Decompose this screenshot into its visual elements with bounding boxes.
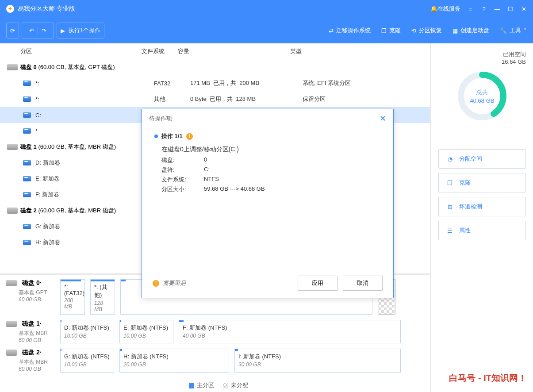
maximize-icon[interactable]: ☐ <box>507 6 514 12</box>
warning-icon: ! <box>186 133 193 140</box>
redo-button[interactable]: ↷ <box>38 27 50 34</box>
partition-block[interactable]: I: 新加卷 (NTFS)30.00 GB <box>234 349 401 373</box>
partition-block[interactable]: E: 新加卷 (NTFS)10.00 GB <box>119 320 173 343</box>
disk-icon <box>6 350 17 356</box>
dialog-close-button[interactable]: ✕ <box>380 114 386 123</box>
refresh-button[interactable]: ⟳ <box>6 23 19 38</box>
create-boot-disk-button[interactable]: ▦创建启动盘 <box>452 27 489 35</box>
partition-icon <box>23 128 31 134</box>
partition-block[interactable]: F: 新加卷 (NTFS)40.00 GB <box>179 320 401 343</box>
disk-icon <box>6 280 17 286</box>
undo-button[interactable]: ↶ <box>26 27 38 34</box>
minimize-icon[interactable]: — <box>494 6 500 12</box>
legend: 主分区 未分配 <box>0 379 430 392</box>
play-icon: ▶ <box>61 27 65 34</box>
disk-row[interactable]: 磁盘 0 (60.00 GB, 基本盘, GPT 磁盘) <box>0 59 430 75</box>
titlebar: ✦ 易我分区大师 专业版 🔔在线服务 ≡ ? — ☐ ✕ <box>0 0 533 18</box>
partition-block[interactable]: G: 新加卷 (NTFS)10.00 GB <box>60 349 114 373</box>
clone-button[interactable]: ❐克隆 <box>381 27 401 35</box>
right-pane: 已用空间 16.64 GB 总共 40.68 GB ◔分配空间❐克隆⊞坏道检测☰… <box>431 43 533 392</box>
disk-map-row: 磁盘 1·基本盘 MBR60.00 GBD: 新加卷 (NTFS)10.00 G… <box>6 320 424 343</box>
tools-button[interactable]: 🔧工具 ˅ <box>500 27 527 35</box>
partition-icon <box>23 96 31 102</box>
disk-map-row: 磁盘 2·基本盘 MBR60.00 GBG: 新加卷 (NTFS)10.00 G… <box>6 349 424 373</box>
operation-header: 操作 1/1 ! <box>154 132 381 140</box>
partition-icon <box>23 192 31 197</box>
action-icon: ❐ <box>446 179 454 187</box>
operation-detail-row: 盘符:C: <box>161 166 381 174</box>
partition-block[interactable]: H: 新加卷 (NTFS)20.00 GB <box>119 349 229 373</box>
app-title: 易我分区大师 专业版 <box>18 5 430 13</box>
partition-block[interactable]: *: (其他)128 MB <box>90 279 115 315</box>
partition-icon <box>23 240 31 245</box>
operation-description: 在磁盘0上调整/移动分区(C:) <box>161 146 381 154</box>
bullet-icon <box>154 135 158 138</box>
operation-detail-row: 文件系统:NTFS <box>161 176 381 184</box>
menu-icon[interactable]: ≡ <box>468 6 474 12</box>
watermark: 白马号 - IT知识网！ <box>449 372 527 384</box>
help-icon[interactable]: ? <box>481 6 487 12</box>
side-action-克隆[interactable]: ❐克隆 <box>438 173 526 192</box>
usage-donut: 总共 40.68 GB <box>456 69 509 123</box>
operation-detail-row: 分区大小:59.68 GB ---> 40.68 GB <box>161 185 381 193</box>
clone-icon: ❐ <box>381 27 387 34</box>
disk-icon <box>7 64 18 70</box>
online-service-link[interactable]: 🔔在线服务 <box>430 5 460 13</box>
partition-block[interactable]: *: (FAT32)200 MB <box>60 279 85 315</box>
app-icon: ✦ <box>6 5 14 13</box>
disk-icon <box>7 144 18 150</box>
dialog-titlebar: 待操作项 ✕ <box>142 109 393 128</box>
close-icon[interactable]: ✕ <box>521 6 527 12</box>
partition-block[interactable]: D: 新加卷 (NTFS)10.00 GB <box>60 320 114 343</box>
warning-icon: ! <box>153 280 159 287</box>
apply-button[interactable]: 应用 <box>298 276 337 291</box>
execute-button[interactable]: ▶ 执行1个操作 <box>57 23 104 38</box>
disk-map-label[interactable]: 磁盘 0·基本盘 GPT60.00 GB <box>6 279 55 315</box>
disk-icon <box>6 321 17 327</box>
disk-map-label[interactable]: 磁盘 2·基本盘 MBR60.00 GB <box>6 349 55 373</box>
cancel-button[interactable]: 取消 <box>343 276 383 291</box>
disk-icon <box>7 208 18 214</box>
disk-map-label[interactable]: 磁盘 1·基本盘 MBR60.00 GB <box>6 320 55 343</box>
pending-operations-dialog: 待操作项 ✕ 操作 1/1 ! 在磁盘0上调整/移动分区(C:) 磁盘:0盘符:… <box>142 109 394 298</box>
recover-icon: ⟲ <box>411 27 416 34</box>
action-icon: ⊞ <box>446 203 454 211</box>
action-icon: ☰ <box>446 227 454 234</box>
partition-icon <box>23 160 31 165</box>
migrate-os-button[interactable]: ⇄迁移操作系统 <box>329 27 371 35</box>
partition-icon <box>23 112 31 118</box>
action-icon: ◔ <box>446 155 454 163</box>
partition-icon <box>23 176 31 181</box>
partition-row[interactable]: *: 其他 0 Byte 已用，共 128 MB 保留分区 <box>0 91 430 107</box>
undo-redo-group: ↶ ↷ <box>22 23 54 38</box>
partition-icon <box>23 224 31 229</box>
chevron-down-icon: ˅ <box>524 27 527 34</box>
side-action-分配空间[interactable]: ◔分配空间 <box>438 149 526 169</box>
partition-row[interactable]: *: FAT32 171 MB 已用，共 200 MB 系统, EFI 系统分区 <box>0 75 430 91</box>
operation-detail-row: 磁盘:0 <box>161 156 381 164</box>
side-action-坏道检测[interactable]: ⊞坏道检测 <box>438 197 526 216</box>
partition-icon <box>23 81 31 86</box>
used-space-title: 已用空间 <box>438 50 526 58</box>
partition-recover-button[interactable]: ⟲分区恢复 <box>411 27 442 35</box>
table-header: 分区 文件系统 容量 类型 <box>0 43 430 59</box>
migrate-icon: ⇄ <box>329 27 334 34</box>
used-space-value: 16.64 GB <box>438 58 526 65</box>
tools-icon: 🔧 <box>500 27 507 34</box>
reboot-required-label: 需要重启 <box>163 279 186 287</box>
toolbar: ⟳ ↶ ↷ ▶ 执行1个操作 ⇄迁移操作系统 ❐克隆 ⟲分区恢复 ▦创建启动盘 … <box>0 18 533 43</box>
bootdisk-icon: ▦ <box>452 27 458 34</box>
side-action-属性[interactable]: ☰属性 <box>438 221 526 240</box>
